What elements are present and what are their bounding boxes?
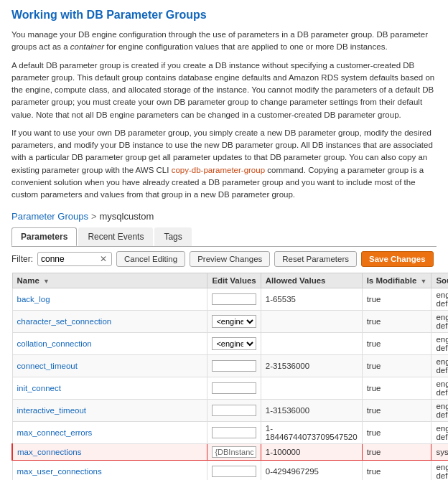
param-modifiable-cell: true <box>362 333 431 355</box>
param-name-cell: character_set_connection <box>12 311 207 333</box>
page-title: Working with DB Parameter Groups <box>11 9 437 22</box>
param-allowed-cell: 1-31536000 <box>261 400 362 422</box>
param-allowed-cell: 0-4294967295 <box>261 461 362 480</box>
param-edit-input[interactable] <box>212 405 256 416</box>
param-edit-input[interactable] <box>212 293 256 305</box>
param-name-cell: interactive_timeout <box>12 400 207 422</box>
param-source-cell: system <box>431 444 448 461</box>
param-edit-cell: <engine-default> <box>207 333 261 355</box>
param-name-link[interactable]: init_connect <box>17 384 61 392</box>
param-edit-cell <box>207 400 261 422</box>
filter-bar: Filter: ✕ Cancel Editing Preview Changes… <box>11 251 437 267</box>
preview-changes-button[interactable]: Preview Changes <box>190 251 270 267</box>
table-row: character_set_connection<engine-default>… <box>12 311 448 333</box>
param-name-link[interactable]: interactive_timeout <box>17 406 87 415</box>
param-name-link[interactable]: back_log <box>17 295 50 303</box>
param-name-link[interactable]: character_set_connection <box>17 317 112 326</box>
param-allowed-cell: 1-100000 <box>261 444 362 461</box>
param-name-link[interactable]: max_user_connections <box>17 467 102 476</box>
param-name-cell: init_connect <box>12 377 207 400</box>
table-header-row: Name ▼ Edit Values Allowed Values Is Mod… <box>12 273 448 288</box>
tab-parameters[interactable]: Parameters <box>11 227 77 246</box>
page-container: Working with DB Parameter Groups You man… <box>0 0 448 480</box>
param-source-cell: engine-default <box>431 288 448 311</box>
param-source-cell: engine-default <box>431 355 448 377</box>
param-edit-input[interactable] <box>212 427 256 438</box>
intro-p1: You manage your DB engine configuration … <box>11 29 437 54</box>
param-source-cell: engine-default <box>431 377 448 400</box>
param-modifiable-cell: true <box>362 311 431 333</box>
col-source: Source ▼ <box>431 273 448 288</box>
param-modifiable-cell: true <box>362 355 431 377</box>
breadcrumb-current: mysqlcustom <box>100 211 154 222</box>
copy-param-group-link[interactable]: copy-db-parameter-group <box>172 166 265 174</box>
param-name-cell: max_connect_errors <box>12 422 207 444</box>
tab-recent-events[interactable]: Recent Events <box>78 227 153 246</box>
param-modifiable-cell: true <box>362 377 431 400</box>
param-modifiable-cell: true <box>362 400 431 422</box>
param-edit-select[interactable]: <engine-default> <box>212 315 256 328</box>
param-edit-cell: <engine-default> <box>207 311 261 333</box>
breadcrumb: Parameter Groups > mysqlcustom <box>11 211 437 222</box>
param-allowed-cell: 2-31536000 <box>261 355 362 377</box>
param-source-cell: engine-default <box>431 422 448 444</box>
filter-input[interactable] <box>41 254 98 264</box>
param-allowed-cell <box>261 377 362 400</box>
col-is-modifiable: Is Modifiable ▼ <box>362 273 431 288</box>
param-edit-cell <box>207 422 261 444</box>
reset-parameters-button[interactable]: Reset Parameters <box>274 251 357 267</box>
tabs-bar: Parameters Recent Events Tags <box>11 227 437 247</box>
table-row: max_connections1-100000truesystemdynamic <box>12 444 448 461</box>
param-name-link[interactable]: max_connect_errors <box>17 428 93 437</box>
param-name-cell: max_connections <box>12 444 207 461</box>
cancel-editing-button[interactable]: Cancel Editing <box>116 251 185 267</box>
col-allowed-values: Allowed Values <box>261 273 362 288</box>
param-modifiable-cell: true <box>362 444 431 461</box>
param-edit-cell <box>207 461 261 480</box>
param-edit-cell <box>207 377 261 400</box>
tab-tags[interactable]: Tags <box>154 227 191 246</box>
name-sort-icon[interactable]: ▼ <box>43 278 50 285</box>
param-source-cell: engine-default <box>431 400 448 422</box>
param-edit-input[interactable] <box>212 446 256 458</box>
param-name-link[interactable]: collation_connection <box>17 339 92 348</box>
param-allowed-cell <box>261 333 362 355</box>
table-row: back_log1-65535trueengine-defaultstatic <box>12 288 448 311</box>
param-name-cell: max_user_connections <box>12 461 207 480</box>
param-edit-input[interactable] <box>212 466 256 477</box>
param-name-link[interactable]: max_connections <box>17 448 82 456</box>
save-changes-button[interactable]: Save Changes <box>361 251 434 267</box>
col-name: Name ▼ <box>12 273 207 288</box>
param-name-cell: back_log <box>12 288 207 311</box>
param-allowed-cell <box>261 311 362 333</box>
filter-input-wrap: ✕ <box>37 252 112 266</box>
param-edit-cell <box>207 288 261 311</box>
col-edit-values: Edit Values <box>207 273 261 288</box>
table-row: max_user_connections0-4294967295trueengi… <box>12 461 448 480</box>
filter-label: Filter: <box>11 254 33 264</box>
param-edit-select[interactable]: <engine-default> <box>212 337 256 350</box>
param-allowed-cell: 1-18446744073709547520 <box>261 422 362 444</box>
param-modifiable-cell: true <box>362 461 431 480</box>
intro-p3: If you want to use your own DB parameter… <box>11 127 437 202</box>
param-edit-input[interactable] <box>212 382 256 394</box>
param-edit-input[interactable] <box>212 360 256 372</box>
param-name-link[interactable]: connect_timeout <box>17 362 78 370</box>
parameters-table: Name ▼ Edit Values Allowed Values Is Mod… <box>11 273 448 480</box>
param-edit-cell <box>207 355 261 377</box>
modifiable-sort-icon[interactable]: ▼ <box>421 278 427 285</box>
param-name-cell: connect_timeout <box>12 355 207 377</box>
param-source-cell: engine-default <box>431 461 448 480</box>
param-name-cell: collation_connection <box>12 333 207 355</box>
param-source-cell: engine-default <box>431 333 448 355</box>
param-modifiable-cell: true <box>362 288 431 311</box>
table-row: max_connect_errors1-18446744073709547520… <box>12 422 448 444</box>
table-row: init_connecttrueengine-defaultdynamic <box>12 377 448 400</box>
table-row: collation_connection<engine-default>true… <box>12 333 448 355</box>
param-modifiable-cell: true <box>362 422 431 444</box>
filter-clear-button[interactable]: ✕ <box>98 254 108 264</box>
breadcrumb-parent[interactable]: Parameter Groups <box>11 211 88 222</box>
table-row: interactive_timeout1-31536000trueengine-… <box>12 400 448 422</box>
param-allowed-cell: 1-65535 <box>261 288 362 311</box>
intro-p2: A default DB parameter group is created … <box>11 60 437 121</box>
